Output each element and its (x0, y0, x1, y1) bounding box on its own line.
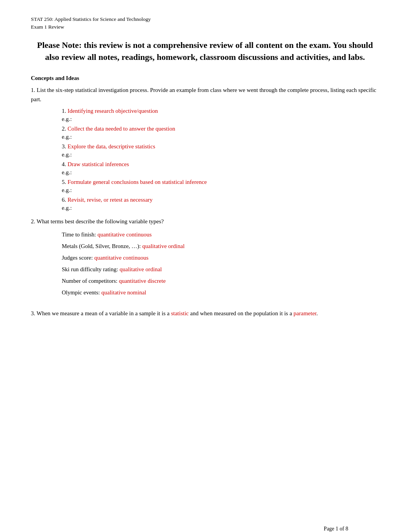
step-1-num: 1. (62, 108, 68, 114)
var-answer-5: qualitative nominal (101, 289, 146, 296)
step-4-text: Draw statistical inferences (68, 161, 129, 167)
page-footer: Page 1 of 8 (324, 526, 348, 532)
var-answer-2: quantitative continuous (94, 255, 148, 261)
var-label-4: Number of competitors: (62, 278, 119, 284)
step-3-text: Explore the data, descriptive statistics (68, 143, 155, 150)
step-2: 2. Collect the data needed to answer the… (62, 126, 379, 132)
step-4: 4. Draw statistical inferences (62, 161, 379, 168)
step-3: 3. Explore the data, descriptive statist… (62, 143, 379, 150)
eg-2: e.g.: (62, 134, 379, 140)
page-label: Page 1 of 8 (324, 526, 348, 532)
var-answer-1: qualitative ordinal (142, 243, 185, 249)
var-ski-run: Ski run difficulty rating: qualitative o… (62, 265, 379, 274)
q3-text-before: 3. When we measure a mean of a variable … (31, 310, 171, 316)
question-2-text: 2. What terms best describe the followin… (31, 217, 379, 226)
var-olympic-events: Olympic events: qualitative nominal (62, 288, 379, 297)
eg-1: e.g.: (62, 116, 379, 122)
header-line1: STAT 250: Applied Statistics for Science… (31, 15, 379, 23)
eg-4: e.g.: (62, 169, 379, 176)
step-1-text: Identifying research objective/question (68, 108, 158, 114)
var-label-1: Metals (Gold, Silver, Bronze, …): (62, 243, 142, 249)
document-header: STAT 250: Applied Statistics for Science… (31, 15, 379, 31)
var-answer-3: qualitative ordinal (120, 266, 162, 272)
step-6: 6. Revisit, revise, or retest as necessa… (62, 197, 379, 203)
var-answer-4: quantitative discrete (119, 278, 166, 284)
var-metals: Metals (Gold, Silver, Bronze, …): qualit… (62, 241, 379, 251)
step-5-text: Formulate general conclusions based on s… (68, 179, 207, 185)
question-1-text: 1. List the six-step statistical investi… (31, 85, 379, 104)
var-label-5: Olympic events: (62, 289, 101, 296)
var-label-2: Judges score: (62, 255, 94, 261)
eg-6: e.g.: (62, 205, 379, 211)
var-judges-score: Judges score: quantitative continuous (62, 253, 379, 262)
step-6-num: 6. (62, 197, 68, 203)
q3-text-end: . (317, 310, 318, 316)
main-title: Please Note: this review is not a compre… (31, 39, 379, 64)
step-5: 5. Formulate general conclusions based o… (62, 179, 379, 185)
step-4-num: 4. (62, 161, 68, 167)
var-time-to-finish: Time to finish: quantitative continuous (62, 230, 379, 239)
q3-word1: statistic (171, 310, 189, 316)
step-5-num: 5. (62, 179, 68, 185)
step-2-num: 2. (62, 126, 68, 132)
step-2-text: Collect the data needed to answer the qu… (68, 126, 175, 132)
eg-3: e.g.: (62, 151, 379, 158)
step-6-text: Revisit, revise, or retest as necessary (68, 197, 152, 203)
var-answer-0: quantitative continuous (97, 231, 151, 238)
header-line2: Exam 1 Review (31, 23, 379, 31)
step-3-num: 3. (62, 143, 68, 150)
var-label-0: Time to finish: (62, 231, 97, 238)
var-competitors: Number of competitors: quantitative disc… (62, 276, 379, 286)
var-label-3: Ski run difficulty rating: (62, 266, 120, 272)
question-3: 3. When we measure a mean of a variable … (31, 309, 379, 318)
q3-text-middle: and when measured on the population it i… (189, 310, 294, 316)
section-title-concepts: Concepts and Ideas (31, 75, 379, 82)
q3-word2: parameter (293, 310, 316, 316)
step-1: 1. Identifying research objective/questi… (62, 108, 379, 114)
eg-5: e.g.: (62, 187, 379, 194)
